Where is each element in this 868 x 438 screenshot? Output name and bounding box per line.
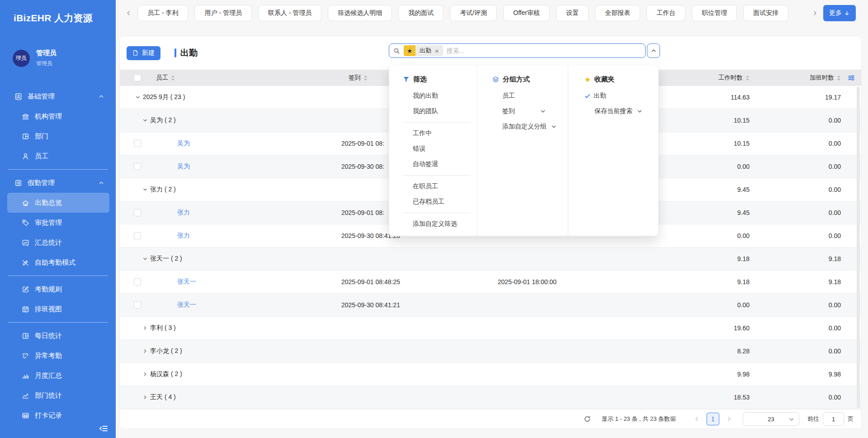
row-expand-icon[interactable]: [143, 395, 147, 400]
group-row: 李小龙 ( 2 )8.280.00: [120, 340, 861, 363]
filter-option-我的出勤[interactable]: 我的出勤: [403, 88, 477, 104]
tab-职位管理[interactable]: 职位管理: [692, 5, 737, 21]
group-row-label: 王天 ( 4 ): [150, 393, 176, 401]
new-button[interactable]: 新建: [127, 46, 160, 60]
row-collapse-icon[interactable]: [136, 95, 140, 100]
sidebar-item-出勤总览[interactable]: 出勤总览: [7, 193, 109, 213]
tab-筛选候选人明细[interactable]: 筛选候选人明细: [328, 5, 392, 21]
tab-全部报表[interactable]: 全部报表: [595, 5, 640, 21]
employee-link[interactable]: 张力: [177, 232, 190, 239]
line-chart-icon: [22, 392, 29, 400]
sidebar-item-排班视图[interactable]: 排班视图: [7, 299, 109, 319]
filter-title: 筛选: [413, 75, 427, 84]
overtime-hours-cell: 0.00: [750, 209, 841, 216]
close-icon[interactable]: ×: [435, 48, 439, 54]
select-all-checkbox[interactable]: [134, 74, 141, 81]
column-header-员工[interactable]: 员工: [147, 74, 311, 82]
sidebar-item-每日统计[interactable]: 每日统计: [7, 326, 109, 346]
tab-设置[interactable]: 设置: [556, 5, 589, 21]
sidebar-collapse-icon[interactable]: [99, 424, 108, 433]
employee-link[interactable]: 张力: [177, 209, 190, 216]
chevron-left-icon[interactable]: [126, 10, 131, 16]
sidebar-item-label: 机构管理: [35, 112, 62, 121]
chevron-right-icon[interactable]: [812, 10, 818, 16]
tab-面试安排[interactable]: 面试安排: [743, 5, 788, 21]
row-expand-icon[interactable]: [143, 326, 147, 330]
row-checkbox[interactable]: [134, 278, 141, 286]
tab-用户 - 管理员[interactable]: 用户 - 管理员: [194, 5, 251, 21]
prev-page-button[interactable]: [690, 413, 703, 425]
sidebar-divider: [8, 276, 108, 276]
more-button[interactable]: 更多: [823, 5, 856, 21]
search-box[interactable]: ★ 出勤 ×: [389, 43, 646, 58]
next-page-button[interactable]: [723, 413, 736, 425]
column-header-加班时数[interactable]: 加班时数: [750, 74, 841, 82]
sidebar-item-部门[interactable]: 部门: [7, 126, 109, 146]
row-checkbox[interactable]: [134, 232, 141, 239]
group-by-option-添加自定义分组[interactable]: 添加自定义分组: [492, 119, 568, 134]
work-hours-cell: 9.98: [673, 371, 750, 378]
row-checkbox[interactable]: [134, 301, 141, 309]
sidebar-section-基础管理[interactable]: 基础管理: [0, 86, 116, 106]
header-select-all-cell: [120, 74, 147, 81]
row-checkbox[interactable]: [134, 209, 141, 216]
filter-option-自动签退[interactable]: 自动签退: [403, 157, 477, 172]
row-collapse-icon[interactable]: [143, 187, 147, 192]
tab-员工 - 李利[interactable]: 员工 - 李利: [137, 5, 188, 21]
group-row-label: 李小龙 ( 2 ): [150, 347, 182, 355]
group-by-option-签到[interactable]: 签到: [492, 104, 568, 119]
column-header-工作时数[interactable]: 工作时数: [673, 74, 750, 82]
employee-link[interactable]: 张天一: [177, 278, 196, 285]
filter-option-在职员工[interactable]: 在职员工: [403, 179, 477, 194]
group-row-label: 吴为 ( 2 ): [150, 116, 176, 124]
employee-link[interactable]: 张天一: [177, 301, 196, 308]
row-collapse-icon[interactable]: [143, 257, 147, 261]
search-dropdown-toggle[interactable]: [647, 43, 660, 58]
sidebar-item-异常考勤[interactable]: 异常考勤: [7, 346, 109, 366]
tab-我的面试[interactable]: 我的面试: [398, 5, 443, 21]
favorite-option-保存当前搜索[interactable]: 保存当前搜索: [585, 104, 658, 119]
search-input[interactable]: [447, 47, 641, 54]
sidebar-item-员工[interactable]: 员工: [7, 146, 109, 166]
employee-cell: 张天一: [147, 278, 311, 286]
row-checkbox[interactable]: [134, 163, 141, 170]
tab-工作台[interactable]: 工作台: [646, 5, 685, 21]
calendar-icon: [22, 305, 29, 313]
goto-page-input[interactable]: [823, 412, 844, 426]
sidebar-item-考勤规则[interactable]: 考勤规则: [7, 279, 109, 299]
user-profile[interactable]: 理员 管理员 管理员: [0, 49, 116, 67]
work-hours-cell: 0.00: [673, 232, 750, 239]
sliders-icon[interactable]: [848, 74, 855, 81]
sidebar-item-label: 每日统计: [35, 332, 62, 340]
current-page-button[interactable]: 1: [707, 413, 719, 425]
favorite-option-出勤[interactable]: 出勤: [585, 88, 658, 104]
sidebar-item-部门统计[interactable]: 部门统计: [7, 386, 109, 405]
filter-option-添加自定义筛选[interactable]: 添加自定义筛选: [403, 216, 477, 232]
page-size-select[interactable]: 23: [743, 412, 799, 426]
sidebar-section-假勤管理[interactable]: 假勤管理: [0, 173, 116, 193]
filter-option-已存档员工[interactable]: 已存档员工: [403, 194, 477, 209]
row-checkbox[interactable]: [134, 140, 141, 147]
sidebar-item-打卡记录[interactable]: 打卡记录: [7, 405, 109, 425]
employee-link[interactable]: 吴为: [177, 139, 190, 147]
table-scrollbar[interactable]: [857, 87, 860, 408]
sidebar-item-汇总统计[interactable]: 汇总统计: [7, 233, 109, 252]
tab-考试/评测[interactable]: 考试/评测: [450, 5, 497, 21]
pagination-bar: 显示 1 - 23 条 , 共 23 条数据 1 23 前往 页: [120, 409, 861, 428]
group-by-option-员工[interactable]: 员工: [492, 88, 568, 104]
tab-联系人 - 管理员[interactable]: 联系人 - 管理员: [258, 5, 321, 21]
sidebar-item-审批管理[interactable]: 审批管理: [7, 213, 109, 233]
filter-option-工作中[interactable]: 工作中: [403, 126, 477, 141]
row-collapse-icon[interactable]: [143, 118, 147, 123]
search-filter-tag: ★ 出勤 ×: [404, 45, 443, 56]
sidebar-item-月度汇总[interactable]: 月度汇总: [7, 366, 109, 386]
refresh-icon[interactable]: [584, 415, 591, 423]
row-expand-icon[interactable]: [143, 372, 147, 376]
employee-link[interactable]: 吴为: [177, 162, 190, 170]
row-expand-icon[interactable]: [143, 349, 147, 353]
tab-Offer审核[interactable]: Offer审核: [503, 5, 550, 21]
sidebar-item-自助考勤模式[interactable]: 自助考勤模式: [7, 252, 109, 272]
filter-option-我的团队[interactable]: 我的团队: [403, 104, 477, 119]
filter-option-错误[interactable]: 错误: [403, 141, 477, 157]
sidebar-item-机构管理[interactable]: 机构管理: [7, 106, 109, 126]
